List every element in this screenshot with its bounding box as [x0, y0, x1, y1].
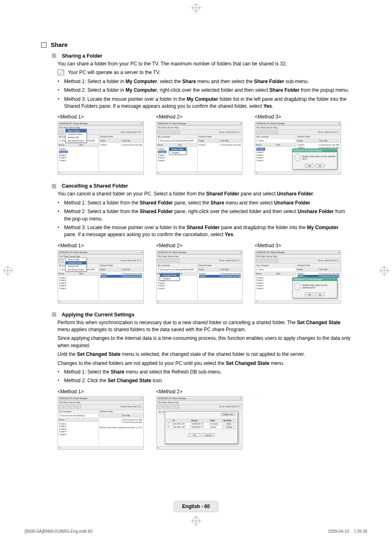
toolbar-button[interactable] [59, 130, 64, 134]
screenshot-sharing-m1: SAMSUNG PC Share Manager× File Share Ser… [58, 121, 144, 175]
close-icon[interactable]: × [338, 251, 340, 254]
registration-mark-bottom [192, 517, 200, 525]
ok-button[interactable]: OK [188, 433, 201, 437]
sharing-heading: Sharing a Folder [52, 53, 351, 59]
imprint-line: [8000-SA]BN68-01988G-Eng.indb 60 2009-04… [25, 529, 367, 534]
close-icon[interactable]: × [240, 122, 241, 125]
page-footer: English - 60 [173, 501, 218, 512]
close-icon[interactable]: × [240, 397, 241, 400]
accept-button[interactable]: Accept [222, 425, 235, 429]
context-share-folder[interactable]: Share Folder [169, 148, 186, 151]
context-property[interactable]: Property [169, 151, 186, 154]
screenshot-cancelling-m2: SAMSUNG PC Share Manager× File Share Ser… [156, 250, 242, 304]
device-table: IP Device State Set State ☐ 192.168.0.14… [167, 419, 236, 429]
yes-button[interactable]: Yes [305, 293, 314, 296]
sharing-method-3: Method 3: Locate the mouse pointer over … [58, 96, 351, 110]
section-title: Share [41, 41, 351, 48]
applying-methods-list: Method 1: Select the Share menu and sele… [58, 369, 351, 385]
folder-item[interactable]: Folder2 [158, 151, 166, 153]
yes-button[interactable]: Yes [305, 164, 314, 167]
no-button[interactable]: No [316, 293, 325, 296]
cancelling-intro: You can cancel a shared folder on your P… [58, 190, 351, 197]
screenshot-applying-m2: SAMSUNG PC Share Manager× File Share Ser… [156, 396, 242, 450]
gray-bullet-icon [52, 184, 56, 188]
folder-item[interactable]: Folder5 [59, 159, 97, 162]
toolbar-button[interactable] [169, 130, 174, 134]
sharing-note: Your PC will operate as a server to the … [58, 69, 351, 76]
cancelling-method-3: Method 3: Locate the mouse pointer over … [58, 224, 351, 239]
sharing-method1-col: <Method 1> SAMSUNG PC Share Manager× Fil… [58, 114, 144, 175]
table-row[interactable]: ☐ 192.168.0.144 SAMSUNG TV Accepted Deny [167, 422, 236, 425]
close-icon[interactable]: × [141, 122, 143, 125]
sharing-methods-list: Method 1: Select a folder in My Computer… [58, 78, 351, 110]
context-property[interactable]: Property [160, 277, 179, 280]
cancelling-methods-list: Method 1: Select a folder from the Share… [58, 200, 351, 239]
imprint-timestamp: 2009-04-10 1:26:36 [328, 529, 367, 534]
section-title-text: Share [51, 41, 68, 48]
folder-item[interactable]: Folder2 [59, 151, 68, 153]
cancel-button[interactable]: Cancel [202, 433, 214, 437]
sharing-method-1: Method 1: Select a folder in My Computer… [58, 78, 351, 85]
gray-bullet-icon [52, 53, 56, 58]
applying-method-1: Method 1: Select the Share menu and sele… [58, 369, 351, 376]
cancelling-screenshots-row: <Method 1> SAMSUNG PC Share Manager× Fil… [58, 243, 351, 304]
method-label: <Method 2> [156, 114, 242, 120]
sharing-intro: You can share a folder from your PC to t… [58, 60, 351, 67]
toolbar-button[interactable] [175, 130, 180, 134]
screenshot-sharing-m3: SAMSUNG PC Share Manager× File Share Ser… [255, 121, 341, 175]
menu-refresh-db[interactable]: Refresh DB [66, 136, 86, 139]
close-icon[interactable]: × [240, 251, 241, 254]
delete-item-button[interactable]: Delete Item [221, 413, 235, 416]
screenshot-sharing-m2: SAMSUNG PC Share Manager× File Share Ser… [156, 121, 242, 175]
cancelling-method-2: Method 2: Select a folder from the Share… [58, 208, 351, 223]
close-icon[interactable]: × [141, 397, 143, 400]
menu-share-folder[interactable]: Share Folder [66, 258, 86, 261]
gray-bullet-icon [52, 312, 56, 317]
screenshot-cancelling-m1: SAMSUNG PC Share Manager× File Share Ser… [58, 250, 144, 304]
registration-mark-right [380, 267, 388, 274]
note-icon [58, 70, 64, 75]
menu-unshare-folder[interactable]: Unshare Folder [66, 261, 86, 265]
close-icon[interactable]: × [141, 251, 143, 254]
sharing-method2-col: <Method 2> SAMSUNG PC Share Manager× Fil… [156, 114, 242, 175]
applying-p4: Changes to the shared folders are not ap… [58, 360, 351, 367]
method-label: <Method 1> [58, 114, 144, 120]
menu-unshare-folder[interactable]: Unshare Folder [66, 132, 86, 136]
applying-screenshots-row: <Method 1> SAMSUNG PC Share Manager× Fil… [58, 389, 351, 450]
close-icon[interactable]: × [338, 122, 340, 125]
cancelling-heading: Cancelling a Shared Folder [52, 183, 351, 189]
question-icon [294, 154, 301, 161]
applying-p1: Perform this when synchronization is nec… [58, 319, 351, 334]
cancelling-method-1: Method 1: Select a folder from the Share… [58, 200, 351, 207]
registration-mark-top [192, 4, 200, 12]
applying-p2: Since applying changes to the internal d… [58, 335, 351, 349]
imprint-file: [8000-SA]BN68-01988G-Eng.indb 60 [25, 529, 92, 534]
toolbar-button[interactable] [163, 130, 168, 134]
context-unshare-folder[interactable]: Unshare Folder [160, 274, 179, 277]
updating-message: Please wait while updating changes on PC… [99, 426, 143, 429]
menu-device-policy[interactable]: Set Device Policy [66, 139, 86, 142]
page: Share Sharing a Folder You can share a f… [0, 0, 392, 541]
dialog-message: Disable share option for the selected it… [302, 284, 335, 289]
toolbar-button[interactable] [157, 130, 162, 134]
screenshot-cancelling-m3: SAMSUNG PC Share Manager× File Share Ser… [255, 250, 341, 304]
square-bullet-icon [41, 42, 46, 48]
method-label: <Method 3> [255, 114, 341, 120]
menu-share-folder[interactable]: Share Folder [66, 129, 86, 132]
menu-device-policy[interactable]: Set Device Policy [66, 268, 86, 271]
deny-button[interactable]: Deny [222, 422, 235, 425]
screenshot-applying-m1: SAMSUNG PC Share Manager× File Share Ser… [58, 396, 144, 450]
sharing-screenshots-row: <Method 1> SAMSUNG PC Share Manager× Fil… [58, 114, 351, 175]
sharing-method-2: Method 2: Select a folder in My Computer… [58, 87, 351, 94]
no-button[interactable]: No [316, 164, 325, 167]
question-icon [294, 283, 301, 290]
applying-heading: Applying the Current Settings [52, 312, 351, 318]
registration-mark-left [4, 267, 12, 274]
applying-method-2: Method 2: Click the Set Changed State ic… [58, 377, 351, 384]
table-row[interactable]: ☐ 192.168.0.199 SAMSUNG TV Denied Accept [167, 425, 236, 429]
sharing-method3-col: <Method 3> SAMSUNG PC Share Manager× Fil… [255, 114, 341, 175]
menu-refresh-db[interactable]: Refresh DB [66, 265, 86, 268]
applying-p3: Until the Set Changed State menu is sele… [58, 351, 351, 358]
dialog-message: Enable share option for the selected ite… [302, 155, 335, 160]
